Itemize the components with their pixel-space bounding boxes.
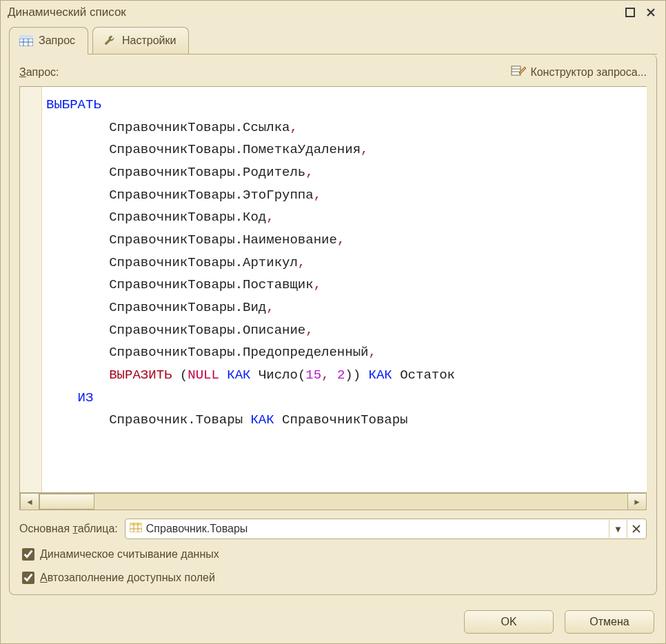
close-button[interactable] — [643, 5, 658, 20]
designer-icon — [511, 64, 526, 81]
horizontal-scrollbar[interactable]: ◄ ► — [20, 492, 647, 510]
tab-settings-label: Настройки — [122, 34, 176, 47]
main-table-label: Основная таблица: — [19, 523, 118, 535]
main-table-field[interactable]: Справочник.Товары ▼ — [125, 519, 647, 539]
main-table-row: Основная таблица: Справочник.Товары ▼ — [19, 519, 647, 539]
clear-button[interactable] — [627, 520, 645, 538]
dynamic-read-label[interactable]: Динамическое считывание данных — [40, 548, 219, 561]
tab-settings[interactable]: Настройки — [92, 27, 189, 54]
tab-strip: Запрос Настройки — [1, 27, 665, 54]
tab-query[interactable]: Запрос — [9, 27, 88, 54]
dropdown-button[interactable]: ▼ — [609, 520, 627, 538]
editor-gutter — [20, 87, 42, 492]
query-toolbar: Запрос: Конструктор запроса... — [19, 63, 647, 86]
autofill-label[interactable]: Автозаполнение доступных полей — [40, 572, 215, 584]
designer-label: Конструктор запроса... — [530, 66, 647, 79]
dynamic-read-row: Динамическое считывание данных — [19, 546, 647, 563]
title-bar: Динамический список — [1, 1, 665, 27]
dialog-buttons: OK Отмена — [1, 603, 665, 643]
tab-query-label: Запрос — [39, 34, 75, 47]
tab-content: Запрос: Конструктор запроса... ВЫБРАТЬ С… — [9, 54, 657, 595]
autofill-checkbox[interactable] — [22, 572, 34, 584]
query-editor[interactable]: ВЫБРАТЬ СправочникТовары.Ссылка, Справоч… — [19, 86, 647, 510]
scroll-thumb[interactable] — [39, 494, 94, 510]
svg-rect-8 — [19, 35, 33, 39]
autofill-row: Автозаполнение доступных полей — [19, 570, 647, 586]
main-table-value: Справочник.Товары — [146, 523, 609, 535]
table-icon — [130, 523, 142, 535]
dynamic-read-checkbox[interactable] — [22, 548, 34, 561]
code-area[interactable]: ВЫБРАТЬ СправочникТовары.Ссылка, Справоч… — [42, 87, 647, 492]
svg-rect-13 — [130, 523, 142, 525]
dynamic-list-dialog: Динамический список Запрос Настройки Зап… — [0, 0, 666, 644]
query-label: Запрос: — [19, 66, 511, 79]
maximize-button[interactable] — [623, 5, 638, 20]
grid-icon — [19, 34, 33, 48]
cancel-button[interactable]: Отмена — [565, 610, 654, 634]
svg-rect-0 — [626, 8, 634, 17]
scroll-left-arrow[interactable]: ◄ — [20, 493, 39, 510]
wrench-icon — [103, 34, 117, 48]
scroll-track[interactable] — [39, 493, 627, 510]
window-title: Динамический список — [8, 6, 617, 19]
scroll-right-arrow[interactable]: ► — [627, 493, 647, 510]
query-designer-button[interactable]: Конструктор запроса... — [511, 64, 647, 81]
ok-button[interactable]: OK — [464, 610, 554, 634]
